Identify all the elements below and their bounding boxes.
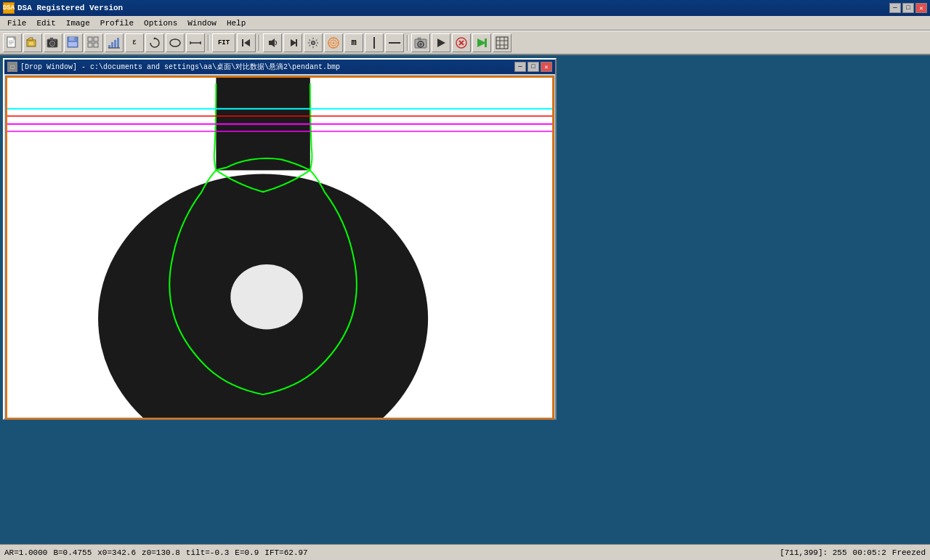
menu-file[interactable]: File (3, 17, 31, 29)
status-e: E=0.9 (235, 548, 259, 557)
svg-rect-22 (114, 40, 116, 48)
toolbar-vline-btn[interactable] (365, 33, 384, 52)
svg-rect-1 (9, 41, 14, 41)
menu-window[interactable]: Window (183, 17, 221, 29)
svg-rect-55 (485, 38, 487, 47)
svg-rect-16 (88, 37, 92, 41)
drop-window-minimize-btn[interactable]: ─ (514, 62, 526, 72)
svg-rect-56 (496, 37, 508, 49)
close-button[interactable]: ✕ (915, 3, 927, 13)
drop-window-restore-btn[interactable]: □ (527, 62, 539, 72)
menu-help[interactable]: Help (222, 17, 250, 29)
toolbar-target-btn[interactable] (324, 33, 343, 52)
fit-label: FIT (218, 39, 230, 46)
svg-rect-18 (88, 43, 92, 47)
toolbar-m-btn[interactable]: m (344, 33, 363, 52)
toolbar-gear-btn[interactable] (304, 33, 323, 52)
toolbar-epsilon-btn[interactable]: ε (125, 33, 144, 52)
toolbar-separator-1 (208, 35, 209, 51)
drop-image-svg (6, 76, 554, 419)
toolbar-snapshot-btn[interactable] (411, 33, 430, 52)
status-time: 00:05:2 (853, 548, 886, 557)
svg-marker-32 (269, 38, 275, 47)
status-coords: [711,399]: 255 (780, 548, 846, 557)
toolbar-separator-3 (407, 35, 408, 51)
app-title: DSA Registered Version (17, 4, 123, 12)
svg-point-26 (170, 39, 180, 46)
toolbar-separator-2 (259, 35, 260, 51)
toolbar-camera-btn[interactable] (44, 33, 62, 52)
image-canvas (5, 76, 554, 420)
menu-profile[interactable]: Profile (96, 17, 138, 29)
menu-bar: File Edit Image Profile Options Window H… (0, 16, 930, 31)
toolbar-fit-btn[interactable]: FIT (212, 33, 235, 52)
toolbar-stop-btn[interactable] (452, 33, 471, 52)
epsilon-icon: ε (132, 39, 137, 46)
drop-window-titlebar-left: □ [Drop Window] - c:\documents and setti… (7, 62, 340, 72)
drop-window: □ [Drop Window] - c:\documents and setti… (3, 58, 557, 420)
status-b: B=0.4755 (53, 548, 92, 557)
drop-window-close-btn[interactable]: ✕ (541, 62, 552, 72)
toolbar-open-btn[interactable] (23, 33, 42, 52)
toolbar-line-btn[interactable] (186, 33, 205, 52)
svg-point-36 (312, 41, 315, 44)
toolbar-arrow-right-btn[interactable] (283, 33, 302, 52)
svg-marker-5 (27, 38, 33, 40)
svg-rect-15 (68, 42, 77, 46)
svg-rect-21 (111, 42, 113, 48)
menu-options[interactable]: Options (140, 17, 182, 29)
drop-window-title: [Drop Window] - c:\documents and setting… (20, 62, 340, 72)
svg-rect-49 (418, 38, 421, 40)
toolbar-arrow-left-btn[interactable] (237, 33, 256, 52)
drop-window-titlebar: □ [Drop Window] - c:\documents and setti… (4, 60, 555, 74)
status-left: AR=1.0000 B=0.4755 x0=342.6 z0=130.8 til… (4, 548, 308, 557)
svg-rect-19 (94, 43, 98, 47)
status-right: [711,399]: 255 00:05:2 Freezed (780, 548, 926, 557)
toolbar-grid2-btn[interactable] (493, 33, 512, 52)
toolbar: ε FIT m (0, 31, 930, 55)
svg-marker-30 (244, 39, 250, 46)
status-bar: AR=1.0000 B=0.4755 x0=342.6 z0=130.8 til… (0, 544, 930, 560)
svg-rect-2 (9, 42, 14, 43)
drop-window-icon: □ (7, 62, 17, 72)
svg-rect-11 (54, 40, 56, 41)
svg-rect-20 (108, 45, 110, 48)
title-bar: DSA DSA Registered Version ─ □ ✕ (0, 0, 930, 16)
toolbar-chart-btn[interactable] (105, 33, 124, 52)
toolbar-grid-btn[interactable] (84, 33, 103, 52)
maximize-button[interactable]: □ (902, 3, 914, 13)
status-state: Freezed (892, 548, 926, 557)
minimize-button[interactable]: ─ (889, 3, 901, 13)
app-icon: DSA (3, 2, 15, 14)
drop-window-buttons: ─ □ ✕ (514, 62, 552, 72)
toolbar-new-btn[interactable] (3, 33, 22, 52)
svg-point-48 (419, 43, 422, 46)
menu-image[interactable]: Image (62, 17, 94, 29)
title-bar-left: DSA DSA Registered Version (3, 2, 123, 14)
svg-rect-23 (117, 38, 119, 48)
toolbar-play-btn[interactable] (432, 33, 450, 52)
svg-rect-10 (50, 38, 53, 40)
svg-rect-17 (94, 37, 98, 41)
svg-point-39 (333, 41, 335, 44)
toolbar-ellipse-btn[interactable] (166, 33, 185, 52)
svg-rect-13 (69, 37, 75, 41)
toolbar-rotate-btn[interactable] (145, 33, 164, 52)
status-tilt: tilt=-0.3 (186, 548, 229, 557)
toolbar-speaker-btn[interactable] (263, 33, 282, 52)
toolbar-record-btn[interactable] (472, 33, 491, 52)
svg-marker-33 (291, 39, 296, 46)
svg-marker-50 (437, 38, 445, 47)
menu-edit[interactable]: Edit (32, 17, 60, 29)
status-ift: IFT=62.97 (264, 548, 307, 557)
m-label: m (351, 38, 356, 48)
status-z0: z0=130.8 (142, 548, 180, 557)
toolbar-save-btn[interactable] (64, 33, 83, 52)
svg-point-9 (51, 42, 54, 45)
toolbar-hline-btn[interactable] (385, 33, 404, 52)
main-area: □ [Drop Window] - c:\documents and setti… (0, 55, 930, 544)
svg-rect-6 (28, 41, 34, 46)
title-bar-buttons: ─ □ ✕ (889, 3, 927, 13)
status-x0: x0=342.6 (97, 548, 136, 557)
svg-point-64 (230, 264, 303, 330)
